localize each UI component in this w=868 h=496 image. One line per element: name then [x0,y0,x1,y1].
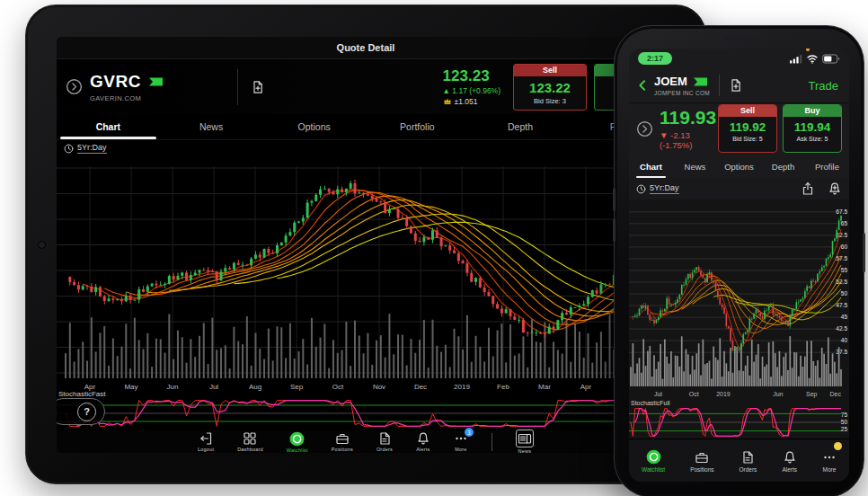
range-selector[interactable]: 5Yr:Day [64,143,107,154]
add-alert-icon[interactable] [828,182,842,196]
toolbar-more[interactable]: More 3 [454,431,468,452]
power-button [863,233,865,272]
section-tabs: Chart News Options Portfolio Depth Profi… [57,114,675,140]
svg-text:40: 40 [841,337,848,343]
bid-price: 119.92 [719,120,776,134]
toolbar-positions[interactable]: Positions [332,431,353,452]
symbol: JOEM [654,75,687,88]
svg-text:50: 50 [841,290,848,297]
svg-text:42.5: 42.5 [836,325,847,332]
range-selector[interactable]: 5Yr:Day [636,183,679,194]
tab-chart[interactable]: Chart [629,155,673,178]
tab-profile[interactable]: Profile [805,155,849,178]
tab-depth[interactable]: Depth [469,114,572,139]
title-bar: Quote Detail [57,37,675,59]
svg-text:StochasticFull: StochasticFull [631,400,670,406]
svg-text:65: 65 [841,220,848,226]
buy-button[interactable]: Buy 119.94 Ask Size: 5 [783,104,842,153]
sell-button[interactable]: Sell 123.22 Bid Size: 3 [513,64,587,111]
svg-text:Aug: Aug [249,383,261,391]
tabbar-more[interactable]: More [822,450,837,473]
note-icon[interactable] [251,80,265,94]
clock-icon [64,144,74,154]
svg-text:StochasticFast: StochasticFast [58,390,106,398]
bottom-toolbar: Logout Dashboard Watchlist Positions Ord… [57,430,675,453]
nav-bar: JOEM JOMPEM INC COM Trade [629,68,849,103]
company-name: JOMPEM INC COM [654,90,710,96]
toolbar-news[interactable]: News [516,430,534,453]
orders-icon [740,450,755,465]
svg-text:Nov: Nov [373,383,385,391]
tabbar-alerts[interactable]: Alerts [782,450,797,473]
ask-size: Ask Size: 5 [784,136,841,142]
volume-up-button [613,188,616,211]
positions-icon [335,431,350,446]
svg-text:67.5: 67.5 [836,208,847,215]
bid-price: 123.22 [514,80,586,95]
tablet-screen: Quote Detail GVRC GAVERIN.COM 123.23 ▲ 1… [57,37,675,453]
svg-text:2019: 2019 [454,383,470,391]
share-icon[interactable] [801,182,815,196]
quote-header: 119.93 ▼ -2.13 (-1.75%) Sell 119.92 Bid … [629,102,849,155]
bottom-tab-bar: Watchlist Positions Orders Alerts More [629,438,849,482]
volatility-value: ±1.051 [455,97,478,106]
svg-text:Jul: Jul [209,383,218,391]
toolbar-logout[interactable]: Logout [198,431,214,452]
svg-text:Dec: Dec [830,391,842,397]
svg-text:62.5: 62.5 [836,232,847,238]
svg-text:Sep: Sep [806,391,818,398]
tab-depth[interactable]: Depth [761,155,805,178]
toolbar-alerts[interactable]: Alerts [416,431,430,452]
back-chevron-icon[interactable] [636,78,649,93]
page-title: Quote Detail [337,42,395,53]
logout-icon [199,431,213,446]
tabbar-watchlist[interactable]: Watchlist [642,449,665,473]
company-name: GAVERIN.COM [90,94,225,102]
sell-button[interactable]: Sell 119.92 Bid Size: 5 [718,104,777,153]
tab-options[interactable]: Options [262,114,366,139]
tab-options[interactable]: Options [717,155,761,178]
note-icon[interactable] [729,78,743,93]
watchlist-icon [646,449,661,465]
svg-text:Apr: Apr [580,383,592,391]
bid-size: Bid Size: 5 [719,136,776,142]
expand-quote-icon[interactable] [66,78,83,95]
toolbar-divider [492,433,492,451]
question-mark-icon: ? [77,403,96,421]
last-price: 119.93 [660,108,718,128]
tab-portfolio[interactable]: Portfolio [366,114,469,139]
help-button[interactable]: ? [57,398,105,425]
tab-news[interactable]: News [160,114,263,139]
tab-chart[interactable]: Chart [57,114,160,139]
divider [719,75,720,96]
range-label: 5Yr:Day [650,183,679,194]
battery-icon [822,54,840,64]
svg-text:60: 60 [841,244,848,250]
notification-dot [834,442,842,450]
svg-text:May: May [124,383,137,391]
tabbar-orders[interactable]: Orders [740,450,757,473]
quote-header: GVRC GAVERIN.COM 123.23 ▲ 1.17 (+0.96%) … [57,59,675,114]
svg-text:55: 55 [841,267,848,273]
timer-pill[interactable]: 2:17 [638,52,672,65]
tab-news[interactable]: News [673,155,717,178]
tabbar-positions[interactable]: Positions [690,450,713,473]
expand-quote-icon[interactable] [636,120,653,137]
watchlist-icon [289,431,305,447]
bid-size: Bid Size: 3 [514,97,586,105]
svg-text:47.5: 47.5 [836,302,847,308]
positions-icon [695,450,709,465]
toolbar-dashboard[interactable]: Dashboard [237,431,263,452]
flag-icon [693,77,708,86]
svg-text:25: 25 [841,426,848,432]
toolbar-orders[interactable]: Orders [376,431,393,452]
phone-screen: 2:17 JOEM JOMPEM INC COM [629,49,849,482]
trade-button[interactable]: Trade [809,79,838,93]
toolbar-watchlist[interactable]: Watchlist [287,431,308,453]
price-chart[interactable]: AprMayJunJulAugSepOctNovDec2019FebMarApr… [57,157,675,427]
tablet-device: Quote Detail GVRC GAVERIN.COM 123.23 ▲ 1… [25,4,706,484]
alerts-icon [783,450,797,465]
price-chart[interactable]: 67.56562.56057.55552.55047.54542.54037.5… [629,199,849,438]
status-bar: 2:17 [629,49,849,68]
more-icon [822,450,837,465]
